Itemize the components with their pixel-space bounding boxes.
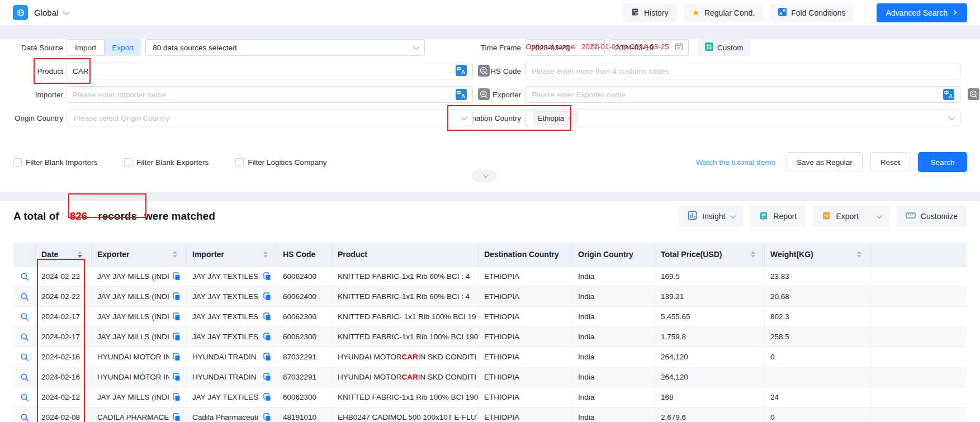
product-input[interactable] [73,67,456,75]
view-detail-magnifier-icon[interactable] [20,312,29,321]
cell-destination-country: ETHIOPIA [479,327,572,347]
cell-hs-code: 60062300 [277,307,332,326]
copy-icon[interactable] [263,353,271,361]
sort-icons[interactable] [263,251,268,258]
filter-logistics-company-checkbox[interactable]: Filter Logitics Company [235,158,326,167]
cell-exporter: JAY JAY MILLS (INDI [97,292,169,301]
cell-weight: 24 [765,387,871,407]
results-panel: A total of 826 records were matched BI I… [0,201,980,422]
table-row: 2024-02-12 JAY JAY MILLS (INDI JAY JAY T… [13,387,967,407]
collapse-conditions-pill[interactable] [472,169,497,182]
view-detail-magnifier-icon[interactable] [20,353,29,362]
filter-blank-importers-checkbox[interactable]: Filter Blank Importers [13,158,97,167]
sort-icons[interactable] [857,251,861,258]
copy-icon[interactable] [173,333,181,341]
save-as-regular-button[interactable]: Save as Regular [787,152,863,172]
date-from-input[interactable]: 2023-03-20 [525,39,605,56]
customize-button[interactable]: Customize [897,206,967,227]
cell-date: 2024-02-17 [36,307,92,326]
origin-country-label: Origin Country [13,114,63,122]
export-toggle[interactable]: Export [105,39,141,56]
product-input-wrap: A [67,63,473,79]
translate-icon[interactable]: A [943,89,954,100]
header-importer[interactable]: Importer [187,243,277,266]
filter-blank-exporters-checkbox[interactable]: Filter Blank Exporters [124,158,209,167]
exporter-input[interactable] [532,91,943,99]
view-detail-magnifier-icon[interactable] [20,333,29,342]
copy-icon[interactable] [173,312,181,321]
copy-icon[interactable] [263,312,271,321]
cell-origin-country: India [572,367,655,387]
exact-search-icon[interactable] [478,65,490,79]
sort-icons[interactable] [751,251,755,258]
copy-icon[interactable] [173,413,181,421]
copy-icon[interactable] [173,353,181,361]
sort-icons[interactable] [173,251,177,258]
copy-icon[interactable] [263,373,271,381]
destination-country-select[interactable]: Ethiopia × [525,110,960,126]
region-selector[interactable]: Global [34,8,68,17]
view-detail-magnifier-icon[interactable] [20,272,29,281]
copy-icon[interactable] [263,393,271,401]
origin-country-select[interactable]: Please select Origin Country [67,110,473,126]
copy-icon[interactable] [263,292,271,301]
cell-total-price: 139.21 [655,287,765,306]
reset-button[interactable]: Reset [870,152,910,172]
exporter-input-wrap: A [525,86,960,103]
cell-filler [871,367,967,387]
cell-filler [871,267,967,286]
insight-icon: BI [688,211,697,222]
translate-icon[interactable]: A [456,89,467,100]
regular-cond-button[interactable]: ★ Regular Cond. [684,3,764,22]
view-detail-magnifier-icon[interactable] [20,373,29,382]
report-button[interactable]: Report [750,206,806,227]
cell-exporter: HYUNDAI MOTOR IND [97,353,169,361]
cell-hs-code: 87032291 [277,347,332,367]
copy-icon[interactable] [173,292,181,301]
fold-conditions-button[interactable]: Fold Conditions [770,3,854,22]
exact-search-icon[interactable] [968,88,979,102]
data-source-select[interactable]: 80 data sources selected [145,39,425,56]
cell-hs-code: 48191010 [277,407,332,422]
chevron-down-icon[interactable] [877,213,882,219]
copy-icon[interactable] [263,333,271,341]
history-button[interactable]: History [623,3,677,22]
cell-hs-code: 60062300 [277,327,332,347]
header-date[interactable]: Date [36,243,92,266]
search-button[interactable]: Search [918,152,967,172]
copy-icon[interactable] [173,373,181,381]
copy-icon[interactable] [263,413,271,421]
date-to-input[interactable]: 2024-03-19 [609,39,689,56]
cell-product: KNITTED FABRIC-1x1 Rib 100% BCI 190 [332,387,479,407]
insight-button[interactable]: BI Insight [679,206,743,227]
header-total-price[interactable]: Total Price(USD) [655,243,765,266]
table-body: 2024-02-22 JAY JAY MILLS (INDI JAY JAY T… [13,267,967,422]
importer-input[interactable] [73,91,456,99]
hs-code-input[interactable] [532,67,954,75]
export-button[interactable]: Export [813,206,889,227]
advanced-search-button[interactable]: Advanced Search [877,3,967,22]
copy-icon[interactable] [173,393,181,401]
translate-icon[interactable]: A [456,65,467,78]
cell-product: KNITTED FABRIC- 1x1 Rib 100% BCI 19 [332,307,479,326]
header-exporter[interactable]: Exporter [92,243,187,266]
view-detail-magnifier-icon[interactable] [20,413,29,422]
custom-range-button[interactable]: Custom [698,39,751,56]
copy-icon[interactable] [173,272,181,281]
header-weight[interactable]: Weight(KG) [765,243,871,266]
sort-icons[interactable] [78,251,82,258]
import-toggle[interactable]: Import [67,39,105,56]
tutorial-link[interactable]: Watch the tutorial demo [696,158,775,167]
destination-country-label: Destination Country [473,114,521,122]
header-hs-code: HS Code [277,243,332,266]
chevron-down-icon [63,8,69,15]
calendar-icon [675,42,683,53]
copy-icon[interactable] [263,272,271,281]
tag-close-icon[interactable]: × [568,114,572,122]
exact-search-icon[interactable] [478,88,490,102]
cell-exporter: JAY JAY MILLS (INDI [97,393,169,401]
view-detail-magnifier-icon[interactable] [20,393,29,402]
cell-filler [871,407,967,422]
report-label: Report [773,212,797,221]
view-detail-magnifier-icon[interactable] [20,292,29,301]
